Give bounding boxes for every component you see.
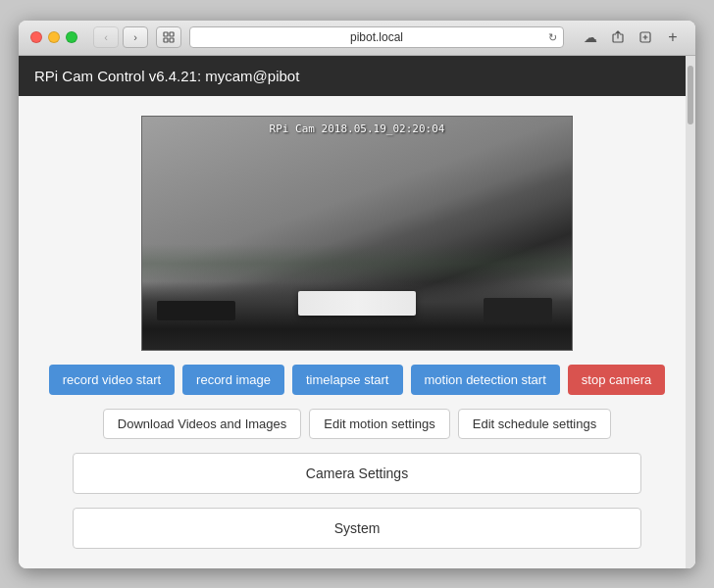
cloud-icon[interactable]: ☁ xyxy=(580,26,601,48)
edit-schedule-settings-button[interactable]: Edit schedule settings xyxy=(458,409,611,439)
download-videos-images-button[interactable]: Download Videos and Images xyxy=(103,409,302,439)
browser-window: ‹ › pibot.local ↻ ☁ xyxy=(19,21,695,568)
scrollbar-thumb[interactable] xyxy=(688,66,693,124)
button-row-2: Download Videos and Images Edit motion s… xyxy=(103,409,611,439)
camera-feed-bg xyxy=(142,117,572,350)
camera-mid-overlay xyxy=(142,244,572,283)
content-area: RPi Cam 2018.05.19_02:20:04 record video… xyxy=(19,96,695,568)
svg-rect-3 xyxy=(170,38,174,42)
minimize-button[interactable] xyxy=(48,31,60,43)
stop-camera-button[interactable]: stop camera xyxy=(568,365,666,395)
camera-settings-button[interactable]: Camera Settings xyxy=(73,453,641,494)
svg-rect-2 xyxy=(164,38,168,42)
reload-button[interactable]: ↻ xyxy=(548,31,557,44)
share-icon[interactable] xyxy=(607,26,629,48)
nav-buttons: ‹ › xyxy=(93,26,148,48)
tab-button[interactable] xyxy=(156,26,181,48)
url-text: pibot.local xyxy=(198,30,555,44)
pcb-element xyxy=(298,291,416,316)
svg-rect-1 xyxy=(170,32,174,36)
record-image-button[interactable]: record image xyxy=(182,365,284,395)
record-video-start-button[interactable]: record video start xyxy=(49,365,175,395)
app-header: RPi Cam Control v6.4.21: mycam@pibot xyxy=(19,56,695,96)
title-bar: ‹ › pibot.local ↻ ☁ xyxy=(19,21,695,56)
svg-rect-0 xyxy=(164,32,168,36)
motion-detection-start-button[interactable]: motion detection start xyxy=(411,365,560,395)
pcb-dark-right xyxy=(484,298,552,322)
forward-button[interactable]: › xyxy=(123,26,148,48)
scrollbar[interactable] xyxy=(686,56,695,568)
timelapse-start-button[interactable]: timelapse start xyxy=(292,365,403,395)
traffic-lights xyxy=(30,31,77,43)
maximize-button[interactable] xyxy=(66,31,77,43)
button-row-1: record video start record image timelaps… xyxy=(49,365,666,395)
toolbar-right: ☁ xyxy=(580,26,656,48)
close-button[interactable] xyxy=(30,31,42,43)
system-button[interactable]: System xyxy=(73,508,641,549)
camera-feed: RPi Cam 2018.05.19_02:20:04 xyxy=(141,116,573,351)
new-tab-button[interactable]: + xyxy=(662,26,684,48)
address-bar[interactable]: pibot.local ↻ xyxy=(189,26,564,48)
pcb-dark-left xyxy=(157,301,235,320)
app-title: RPi Cam Control v6.4.21: mycam@pibot xyxy=(34,68,299,84)
camera-timestamp: RPi Cam 2018.05.19_02:20:04 xyxy=(270,122,445,135)
export-icon[interactable] xyxy=(635,26,656,48)
back-button[interactable]: ‹ xyxy=(93,26,119,48)
edit-motion-settings-button[interactable]: Edit motion settings xyxy=(309,409,449,439)
